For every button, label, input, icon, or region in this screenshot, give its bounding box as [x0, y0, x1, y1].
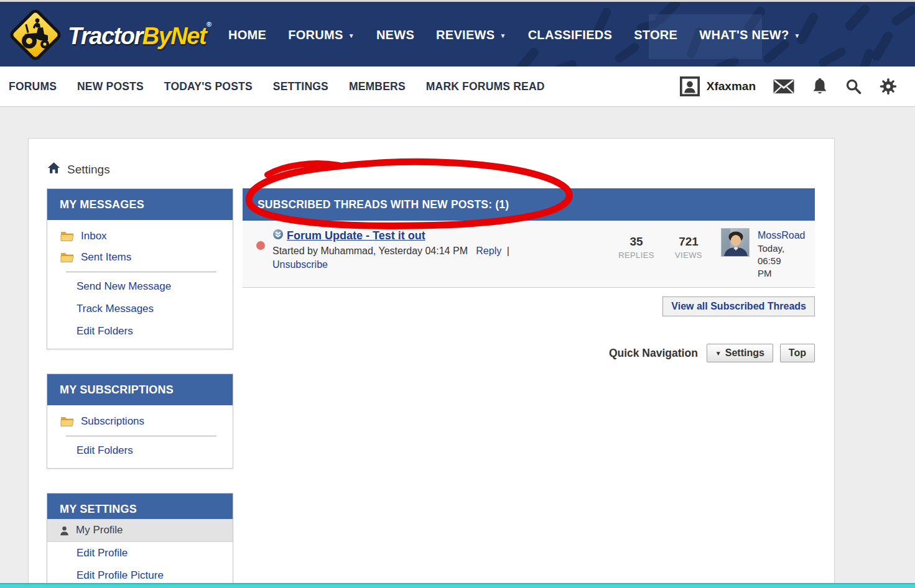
last-post-info: MossRoad Today, 06:59 PM: [758, 226, 815, 280]
secondary-navbar: FORUMS NEW POSTS TODAY'S POSTS SETTINGS …: [0, 67, 915, 107]
unsubscribe-link[interactable]: Unsubscribe: [272, 259, 328, 270]
main-content: SUBSCRIBED THREADS WITH NEW POSTS: (1) F…: [243, 188, 815, 588]
views-label: VIEWS: [662, 250, 715, 260]
thread-row: Forum Update - Test it out Started by Mu…: [243, 221, 815, 288]
folder-icon: [60, 252, 74, 263]
subnav-mark-forums-read[interactable]: MARK FORUMS READ: [426, 80, 545, 93]
messages-envelope-icon[interactable]: [773, 78, 795, 94]
sidebar-item-track-messages[interactable]: Track Messages: [47, 298, 233, 320]
user-profile-icon[interactable]: [679, 76, 700, 97]
quick-navigation: Quick Navigation ▼Settings Top: [243, 344, 815, 362]
subnav-forums[interactable]: FORUMS: [9, 80, 57, 93]
chevron-down-icon: ▼: [348, 32, 355, 39]
sidebar-item-inbox[interactable]: Inbox: [47, 226, 233, 247]
bottom-edge-bar: [0, 583, 915, 588]
top-navbar: TractorByNet® HOME FORUMS▼ NEWS REVIEWS▼…: [0, 0, 915, 67]
breadcrumb: Settings: [47, 162, 834, 177]
sidebar-item-subscriptions[interactable]: Subscriptions: [47, 411, 233, 432]
nav-forums[interactable]: FORUMS▼: [288, 28, 355, 42]
avatar[interactable]: [721, 228, 750, 257]
started-by-text: Started by Muhammad, Yesterday 04:14 PM: [272, 246, 468, 256]
view-all-subscribed-threads-button[interactable]: View all Subscribed Threads: [662, 296, 815, 316]
breadcrumb-label[interactable]: Settings: [67, 163, 110, 177]
search-icon[interactable]: [845, 78, 862, 95]
gear-icon[interactable]: [879, 77, 898, 96]
subscribed-threads-header: SUBSCRIBED THREADS WITH NEW POSTS: (1): [243, 188, 815, 221]
notifications-bell-icon[interactable]: [812, 77, 828, 96]
last-post-time: Today, 06:59 PM: [758, 242, 792, 280]
nav-whats-new[interactable]: WHAT'S NEW?▼: [699, 28, 801, 42]
panel-my-subscriptions: MY SUBSCRIPTIONS Subscriptions Edit Fold…: [47, 374, 233, 469]
separator: |: [507, 246, 509, 256]
nav-news[interactable]: NEWS: [376, 28, 414, 42]
nav-reviews[interactable]: REVIEWS▼: [436, 28, 506, 42]
sidebar-item-sent-items[interactable]: Sent Items: [47, 247, 233, 268]
folder-icon: [60, 416, 74, 427]
nav-store[interactable]: STORE: [634, 28, 677, 42]
replies-stat: 35 REPLIES: [610, 226, 662, 280]
replies-label: REPLIES: [610, 250, 662, 260]
site-logo[interactable]: TractorByNet®: [8, 7, 211, 63]
folder-icon: [60, 231, 74, 242]
person-icon: [59, 525, 70, 536]
top-button[interactable]: Top: [780, 344, 815, 362]
unread-dot-icon: [256, 241, 265, 250]
thread-title-link[interactable]: Forum Update - Test it out: [287, 229, 425, 242]
sidebar-item-edit-folders[interactable]: Edit Folders: [47, 439, 233, 462]
sidebar-item-edit-profile[interactable]: Edit Profile: [47, 542, 233, 564]
username-link[interactable]: Xfaxman: [707, 80, 756, 93]
forum-nav: FORUMS NEW POSTS TODAY'S POSTS SETTINGS …: [9, 67, 545, 106]
thread-info: Forum Update - Test it out Started by Mu…: [272, 226, 610, 280]
nav-classifieds[interactable]: CLASSIFIEDS: [528, 28, 613, 42]
sidebar-item-my-profile[interactable]: My Profile: [47, 519, 233, 542]
thread-meta: Started by Muhammad, Yesterday 04:14 PM …: [272, 246, 610, 257]
replies-count: 35: [610, 235, 662, 249]
home-icon[interactable]: [47, 162, 60, 177]
goto-first-unread-icon[interactable]: [272, 229, 284, 242]
views-stat: 721 VIEWS: [662, 226, 715, 280]
quick-nav-settings-button[interactable]: ▼Settings: [707, 344, 773, 362]
page-background: Settings MY MESSAGES Inbox Sent Items: [0, 107, 915, 588]
panel-title: MY SUBSCRIPTIONS: [47, 374, 233, 405]
subnav-members[interactable]: MEMBERS: [349, 80, 406, 93]
primary-nav: HOME FORUMS▼ NEWS REVIEWS▼ CLASSIFIEDS S…: [228, 2, 801, 67]
sidebar-item-edit-folders[interactable]: Edit Folders: [47, 320, 233, 342]
panel-my-settings: MY SETTINGS My Profile Edit Profile Edit…: [47, 493, 233, 588]
subnav-todays-posts[interactable]: TODAY'S POSTS: [164, 80, 253, 93]
views-count: 721: [662, 235, 715, 249]
last-poster-link[interactable]: MossRoad: [758, 229, 815, 242]
tractor-diamond-icon: [8, 7, 63, 63]
sidebar: MY MESSAGES Inbox Sent Items Send New Me…: [47, 188, 233, 588]
chevron-down-icon: ▼: [499, 32, 506, 39]
chevron-down-icon: ▼: [794, 32, 801, 39]
nav-home[interactable]: HOME: [228, 28, 266, 42]
two-column-layout: MY MESSAGES Inbox Sent Items Send New Me…: [29, 188, 834, 588]
divider: [66, 436, 216, 436]
quick-navigation-label: Quick Navigation: [609, 347, 698, 360]
subnav-settings[interactable]: SETTINGS: [273, 80, 328, 93]
chevron-down-icon: ▼: [715, 350, 722, 357]
subnav-new-posts[interactable]: NEW POSTS: [77, 80, 144, 93]
reply-link[interactable]: Reply: [476, 246, 501, 256]
content-container: Settings MY MESSAGES Inbox Sent Items: [28, 138, 835, 588]
sidebar-item-send-new-message[interactable]: Send New Message: [47, 275, 233, 298]
panel-my-messages: MY MESSAGES Inbox Sent Items Send New Me…: [47, 188, 233, 349]
panel-title: MY MESSAGES: [47, 189, 233, 220]
user-toolbar: Xfaxman: [679, 67, 898, 106]
site-logo-text: TractorByNet®: [68, 21, 211, 50]
divider: [66, 272, 216, 272]
